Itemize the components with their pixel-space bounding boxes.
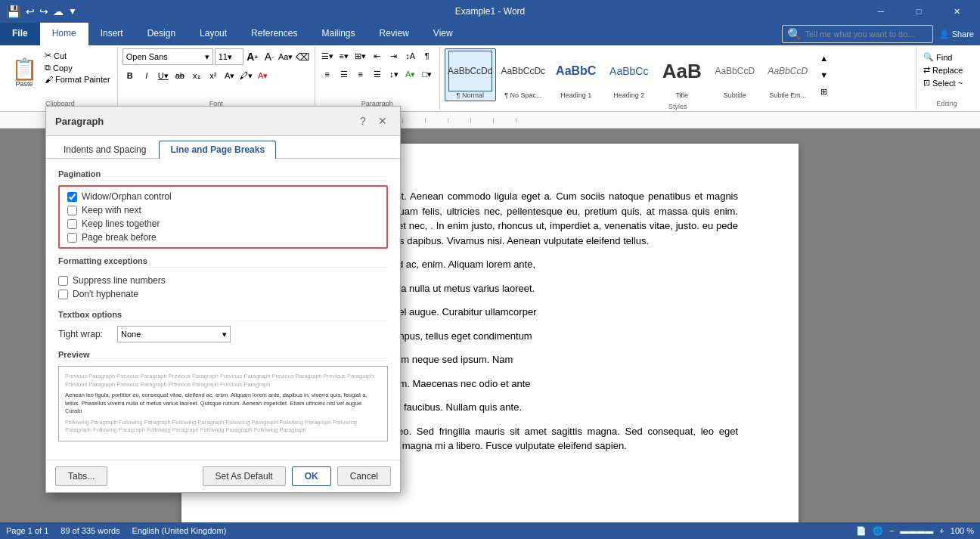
subscript-btn[interactable]: x₂ xyxy=(189,68,204,83)
ok-button[interactable]: OK xyxy=(292,466,331,486)
suppress-checkbox[interactable] xyxy=(58,276,68,286)
tab-file[interactable]: File xyxy=(0,23,40,45)
decrease-indent-btn[interactable]: ⇤ xyxy=(370,48,385,64)
styles-scroll-up[interactable]: ▲ xyxy=(817,50,832,67)
italic-btn[interactable]: I xyxy=(139,68,154,83)
zoom-in-btn[interactable]: + xyxy=(939,526,944,535)
share-btn[interactable]: 👤 Share xyxy=(939,29,974,39)
bold-btn[interactable]: B xyxy=(122,68,138,83)
ribbon-tabs-bar: File Home Insert Design Layout Reference… xyxy=(0,23,980,45)
dialog-tab-line-page[interactable]: Line and Page Breaks xyxy=(159,141,276,159)
style-heading1[interactable]: AaBbC Heading 1 xyxy=(550,48,602,101)
keep-lines-checkbox[interactable] xyxy=(67,219,77,229)
dialog-tab-indents[interactable]: Indents and Spacing xyxy=(52,141,157,158)
change-case-btn[interactable]: Aa▾ xyxy=(278,49,293,64)
preview-next-para: Following Paragraph Following Paragraph … xyxy=(65,419,381,435)
tab-home[interactable]: Home xyxy=(40,23,88,45)
find-button[interactable]: 🔍 Find xyxy=(921,51,954,63)
undo-btn[interactable]: ↩ xyxy=(26,5,35,17)
superscript-btn[interactable]: x² xyxy=(206,68,221,83)
style-subtitle[interactable]: AaBbCcD Subtitle xyxy=(709,48,761,101)
paste-label: Paste xyxy=(15,80,33,88)
line-spacing-btn[interactable]: ↕▾ xyxy=(386,67,402,82)
autosave-btn[interactable]: ☁ xyxy=(53,5,64,17)
font-content: Open Sans ▾ 11 ▾ A+ A- Aa▾ ⌫ B I U▾ ab x… xyxy=(122,48,310,98)
strikethrough-btn[interactable]: ab xyxy=(172,68,188,83)
tab-view[interactable]: View xyxy=(421,23,465,45)
tab-mailings[interactable]: Mailings xyxy=(309,23,367,45)
widow-row: Widow/Orphan control xyxy=(67,191,379,202)
shrink-font-btn[interactable]: A- xyxy=(262,49,277,64)
keep-next-checkbox[interactable] xyxy=(67,206,77,215)
replace-button[interactable]: ⇄ Replace xyxy=(921,64,965,76)
words-info: 89 of 335 words xyxy=(60,526,119,535)
tab-insert[interactable]: Insert xyxy=(88,23,135,45)
borders-btn[interactable]: □▾ xyxy=(420,67,435,82)
style-title[interactable]: AaB Title xyxy=(656,48,708,101)
zoom-slider[interactable]: ▬▬▬▬ xyxy=(900,526,933,535)
preview-main-para: Aenean leo ligula, porttitor eu, consequ… xyxy=(65,392,381,416)
align-right-btn[interactable]: ≡ xyxy=(353,67,368,82)
page-break-checkbox[interactable] xyxy=(67,233,77,243)
set-default-button[interactable]: Set As Default xyxy=(203,466,286,486)
shading-btn[interactable]: A▾ xyxy=(403,67,418,82)
tab-layout[interactable]: Layout xyxy=(188,23,239,45)
maximize-btn[interactable]: □ xyxy=(901,0,936,23)
redo-btn[interactable]: ↪ xyxy=(39,5,48,17)
view-print-icon[interactable]: 📄 xyxy=(856,526,867,536)
copy-button[interactable]: ⧉ Copy xyxy=(42,62,113,73)
increase-indent-btn[interactable]: ⇥ xyxy=(386,48,402,64)
clipboard-small-buttons: ✂ Cut ⧉ Copy 🖌 Format Painter xyxy=(42,48,113,98)
justify-btn[interactable]: ☰ xyxy=(370,67,385,82)
close-btn[interactable]: ✕ xyxy=(939,0,974,23)
style-heading2[interactable]: AaBbCc Heading 2 xyxy=(603,48,655,101)
tabs-button[interactable]: Tabs... xyxy=(55,466,107,486)
align-left-btn[interactable]: ≡ xyxy=(320,67,335,82)
font-color-btn[interactable]: A▾ xyxy=(222,68,237,83)
font-size-selector[interactable]: 11 ▾ xyxy=(215,48,243,65)
dialog-help-btn[interactable]: ? xyxy=(355,113,371,129)
sort-btn[interactable]: ↕A xyxy=(403,48,418,64)
styles-expand[interactable]: ⊞ xyxy=(817,83,832,100)
numbering-btn[interactable]: ≡▾ xyxy=(336,48,352,64)
font-size-dropdown-icon: ▾ xyxy=(228,52,232,62)
hyphenate-checkbox[interactable] xyxy=(58,290,68,299)
paragraph-bottom-row: ≡ ☰ ≡ ☰ ↕▾ A▾ □▾ xyxy=(320,67,435,82)
minimize-btn[interactable]: ─ xyxy=(864,0,898,23)
ribbon-group-editing: 🔍 Find ⇄ Replace ⊡ Select ~ Editing xyxy=(916,47,977,110)
tab-design[interactable]: Design xyxy=(135,23,188,45)
cancel-button[interactable]: Cancel xyxy=(337,466,391,486)
zoom-out-btn[interactable]: − xyxy=(889,526,894,535)
widow-checkbox[interactable] xyxy=(67,192,77,202)
tight-wrap-select[interactable]: None ▾ xyxy=(117,326,231,342)
bullets-btn[interactable]: ☰▾ xyxy=(320,48,335,64)
select-button[interactable]: ⊡ Select ~ xyxy=(921,77,965,88)
search-box[interactable]: 🔍 Tell me what you want to do... xyxy=(782,25,933,43)
multilevel-btn[interactable]: ⊞▾ xyxy=(353,48,368,64)
show-marks-btn[interactable]: ¶ xyxy=(420,48,435,64)
paste-button[interactable]: 📋 Paste xyxy=(8,48,41,98)
dialog-titlebar: Paragraph ? ✕ xyxy=(46,107,400,136)
status-right: 📄 🌐 − ▬▬▬▬ + 100 % xyxy=(856,526,974,536)
style-no-spacing[interactable]: AaBbCcDc ¶ No Spac... xyxy=(498,48,549,101)
view-web-icon[interactable]: 🌐 xyxy=(873,526,883,536)
tab-review[interactable]: Review xyxy=(367,23,420,45)
tab-references[interactable]: References xyxy=(239,23,309,45)
editing-group-label: Editing xyxy=(921,98,972,108)
dialog-close-btn[interactable]: ✕ xyxy=(374,113,391,129)
grow-font-btn[interactable]: A+ xyxy=(245,49,260,64)
font-color2-btn[interactable]: A▾ xyxy=(256,68,271,83)
cut-button[interactable]: ✂ Cut xyxy=(42,50,113,61)
format-painter-button[interactable]: 🖌 Format Painter xyxy=(42,74,113,85)
customize-btn[interactable]: ▼ xyxy=(68,6,77,17)
title-bar-left: 💾 ↩ ↪ ☁ ▼ xyxy=(6,5,77,19)
style-subtle-em[interactable]: AaBbCcD Subtle Em... xyxy=(762,48,814,101)
tight-wrap-dropdown-icon: ▾ xyxy=(222,330,227,339)
underline-btn[interactable]: U▾ xyxy=(156,68,171,83)
align-center-btn[interactable]: ☰ xyxy=(336,67,352,82)
style-normal[interactable]: AaBbCcDd ¶ Normal xyxy=(445,48,496,101)
clear-format-btn[interactable]: ⌫ xyxy=(295,49,310,64)
font-name-selector[interactable]: Open Sans ▾ xyxy=(122,48,213,65)
styles-scroll-down[interactable]: ▼ xyxy=(817,67,832,83)
highlight-btn[interactable]: 🖍▾ xyxy=(239,68,254,83)
